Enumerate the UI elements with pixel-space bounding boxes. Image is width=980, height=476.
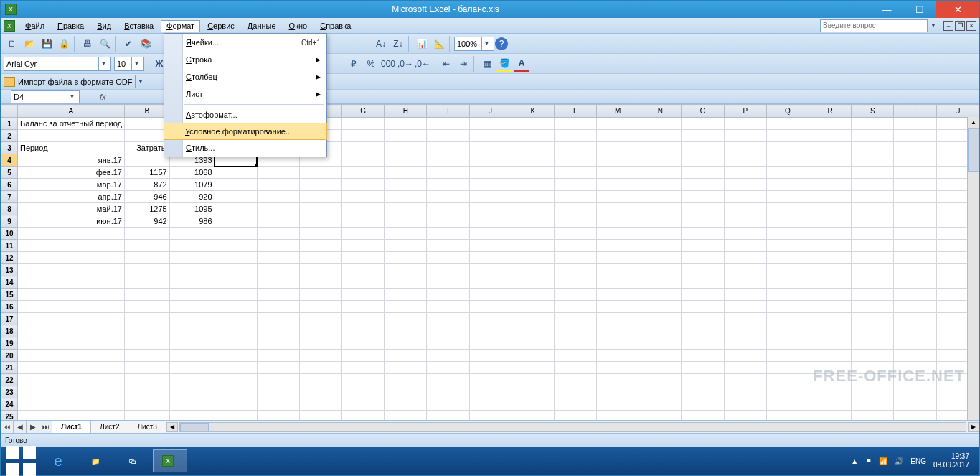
cell[interactable] — [554, 130, 596, 142]
cell[interactable] — [215, 301, 257, 313]
cell[interactable] — [427, 374, 469, 386]
cell[interactable] — [17, 350, 124, 362]
cell[interactable] — [299, 386, 341, 398]
cell[interactable] — [469, 374, 512, 386]
cell[interactable] — [469, 191, 512, 203]
cell[interactable] — [894, 215, 936, 228]
cell[interactable] — [427, 203, 469, 215]
cell[interactable] — [554, 142, 596, 154]
cell[interactable] — [257, 179, 299, 191]
cell[interactable] — [342, 411, 385, 421]
cell[interactable] — [724, 240, 766, 252]
cell[interactable] — [469, 240, 512, 252]
cell[interactable] — [512, 337, 554, 350]
cell[interactable] — [852, 325, 894, 337]
format-menu-item[interactable]: Автоформат... — [164, 106, 326, 123]
cell[interactable] — [809, 252, 852, 264]
cell[interactable] — [469, 411, 512, 421]
cell[interactable] — [385, 142, 427, 154]
cell[interactable]: 1079 — [169, 179, 215, 191]
hscroll-left-icon[interactable]: ◀ — [166, 422, 178, 432]
cell[interactable] — [639, 350, 682, 362]
cell[interactable] — [385, 386, 427, 398]
cell[interactable] — [299, 398, 341, 411]
cell[interactable] — [554, 325, 596, 337]
font-size-combo[interactable]: 10▼ — [114, 57, 144, 71]
cell[interactable] — [766, 337, 809, 350]
cell[interactable] — [682, 350, 724, 362]
fill-color-icon[interactable]: 🪣 — [496, 56, 512, 72]
row-header[interactable]: 18 — [1, 325, 18, 337]
cell[interactable] — [17, 398, 124, 411]
cell[interactable] — [766, 228, 809, 240]
help-dropdown-icon[interactable]: ▼ — [930, 22, 936, 29]
cell[interactable] — [724, 167, 766, 179]
cell[interactable] — [124, 289, 169, 301]
cell[interactable] — [257, 203, 299, 215]
cell[interactable] — [766, 289, 809, 301]
cell[interactable] — [682, 398, 724, 411]
cell[interactable] — [682, 118, 724, 130]
cell[interactable] — [766, 313, 809, 325]
cell[interactable] — [724, 362, 766, 374]
cell[interactable] — [724, 191, 766, 203]
cell[interactable] — [724, 215, 766, 228]
cell[interactable] — [17, 289, 124, 301]
cell[interactable] — [299, 228, 341, 240]
cell[interactable] — [682, 240, 724, 252]
cell[interactable] — [554, 386, 596, 398]
cell[interactable] — [809, 154, 852, 167]
col-header[interactable]: M — [596, 105, 639, 118]
cell[interactable] — [894, 276, 936, 289]
cell[interactable] — [215, 374, 257, 386]
cell[interactable] — [257, 350, 299, 362]
cell[interactable] — [639, 337, 682, 350]
cell[interactable] — [169, 276, 215, 289]
tray-volume-icon[interactable]: 🔊 — [895, 457, 903, 465]
cell[interactable] — [385, 179, 427, 191]
cell[interactable] — [596, 301, 639, 313]
cell[interactable] — [724, 264, 766, 276]
cell[interactable] — [385, 374, 427, 386]
cell[interactable] — [427, 386, 469, 398]
cell[interactable] — [894, 313, 936, 325]
cell[interactable] — [512, 203, 554, 215]
cell[interactable] — [596, 130, 639, 142]
odf-dropdown-icon[interactable]: ▼ — [135, 75, 145, 88]
save-icon[interactable]: 💾 — [39, 36, 55, 52]
cell[interactable] — [852, 240, 894, 252]
cell[interactable] — [469, 313, 512, 325]
cell[interactable] — [215, 362, 257, 374]
tray-lang[interactable]: ENG — [910, 457, 926, 465]
cell[interactable] — [554, 350, 596, 362]
cell[interactable] — [427, 264, 469, 276]
cell[interactable] — [639, 301, 682, 313]
cell[interactable]: 1068 — [169, 167, 215, 179]
cell[interactable] — [124, 362, 169, 374]
cell[interactable] — [639, 167, 682, 179]
cell[interactable] — [852, 228, 894, 240]
cell[interactable] — [257, 276, 299, 289]
cell[interactable] — [639, 289, 682, 301]
cell[interactable] — [124, 398, 169, 411]
cell[interactable] — [596, 264, 639, 276]
doc-minimize-button[interactable]: – — [943, 21, 953, 31]
cell[interactable] — [385, 337, 427, 350]
cell[interactable] — [169, 411, 215, 421]
cell[interactable] — [682, 301, 724, 313]
cell[interactable] — [766, 142, 809, 154]
cell[interactable] — [809, 276, 852, 289]
cell[interactable] — [639, 191, 682, 203]
cell[interactable] — [766, 191, 809, 203]
row-header[interactable]: 13 — [1, 264, 18, 276]
cell[interactable] — [257, 289, 299, 301]
cell[interactable] — [596, 142, 639, 154]
cell[interactable] — [469, 215, 512, 228]
cell[interactable] — [469, 142, 512, 154]
cell[interactable] — [299, 252, 341, 264]
cell[interactable] — [469, 386, 512, 398]
cell[interactable]: 920 — [169, 191, 215, 203]
cell[interactable]: 1275 — [124, 203, 169, 215]
cell[interactable] — [427, 362, 469, 374]
increase-decimal-icon[interactable]: ,0→ — [397, 56, 413, 72]
